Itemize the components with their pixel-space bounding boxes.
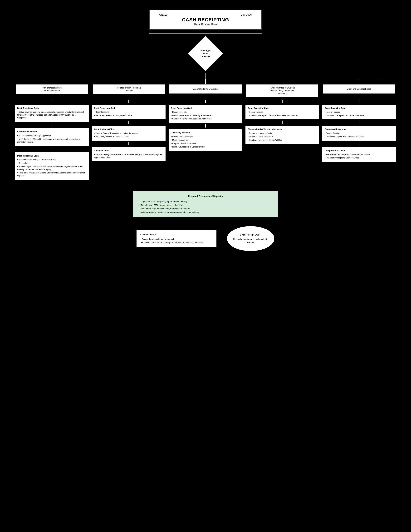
col-header-3: Cash Gifts to the University — [169, 84, 242, 94]
email-receipt-title: E-Mail Receipt Owner — [240, 233, 262, 237]
box-col3-2: University Advance. Record and process g… — [168, 129, 243, 151]
title-top-row: UNCW May 2006 — [159, 13, 252, 16]
cashier-bottom-box: Cashier's Office •Accept if process fund… — [136, 230, 217, 248]
col-header-1: Part of Department'sNormal Operation — [16, 84, 88, 95]
title-box: UNCW May 2006 CASH RECEIPTING Basic Proc… — [149, 10, 262, 30]
uncw-label: UNCW — [159, 13, 167, 16]
page: UNCW May 2006 CASH RECEIPTING Basic Proc… — [0, 0, 411, 532]
email-receipt-box: E-Mail Receipt Owner Reconcile numbered … — [226, 226, 275, 251]
col-4: Dept. Receiving Cash Record Receipts Han… — [244, 98, 320, 181]
sub-title: Basic Process Flow — [159, 23, 252, 26]
title-bar — [149, 33, 262, 34]
date-label: May 2006 — [241, 13, 252, 16]
col-3: Dept. Receiving Cash Record Receipts Han… — [168, 98, 244, 181]
main-title: CASH RECEIPTING — [159, 17, 252, 22]
col-2: Dept. Receiving Cash Record receipts Han… — [91, 98, 167, 181]
col-header-5: Grant and Contract Funds — [323, 84, 395, 94]
box-col2-2: Comptroller's Office Prepare Deposit Tra… — [92, 125, 166, 141]
col-header-4: Funds Awarded to Student:Outside Entity … — [246, 84, 319, 97]
box-col4-2: Financial Aid & Veteran's Services Recor… — [245, 125, 319, 144]
frequency-title: Required Frequency of Deposits — [137, 194, 274, 198]
freq-item-1: Deposit all cash receipts by 2 p.m. at l… — [139, 200, 274, 203]
freq-item-2: If receipts are $250 or more, deposit th… — [139, 203, 274, 207]
col-header-2: Isolated or Non-RecurringReceipts — [92, 84, 165, 95]
box-col1-1: Dept. Receiving Cash Obtain advance appr… — [15, 104, 89, 122]
box-col2-1: Dept. Receiving Cash Record receipts Han… — [92, 104, 166, 120]
main-columns: Dept. Receiving Cash Obtain advance appr… — [14, 97, 397, 181]
col-1: Dept. Receiving Cash Obtain advance appr… — [14, 98, 90, 181]
column-headers-row: Part of Department'sNormal Operation Iso… — [14, 79, 397, 97]
email-receipt-body: Reconcile numbered e-mail receipt to Ban… — [232, 238, 270, 244]
box-col1-3: Dept. Receiving Cash Record receipts on … — [15, 152, 89, 180]
box-col3-1: Dept. Receiving Cash Record Receipts Han… — [168, 104, 243, 123]
frequency-section: Required Frequency of Deposits Deposit a… — [14, 186, 397, 222]
box-col1-2: Comptroller's Office Review request for … — [15, 128, 89, 146]
diamond-text: What typeof cashreceipts? — [200, 49, 211, 58]
diamond-container: What typeof cashreceipts? — [193, 41, 218, 66]
box-col5-1: Dept. Receiving Cash Record Receipts Han… — [322, 104, 396, 120]
cashier-bottom-title: Cashier's Office — [140, 233, 213, 236]
col-5: Dept. Receiving Cash Record Receipts Han… — [321, 98, 397, 181]
box-col5-2: Sponsored Programs Record Receipts Coord… — [322, 125, 396, 141]
box-col2-3: Cashier's Office Provide training and/or… — [92, 147, 166, 162]
box-col5-3: Comptroller's Office Prepare Deposit Tra… — [322, 147, 396, 162]
freq-item-4: Make deposits of isolated or non-recurri… — [139, 210, 274, 214]
frequency-box: Required Frequency of Deposits Deposit a… — [133, 191, 278, 218]
freq-item-3: Make credit card deposits daily, regardl… — [139, 207, 274, 210]
bottom-section: Cashier's Office •Accept if process fund… — [14, 226, 397, 251]
connector-spread — [14, 73, 397, 79]
box-col4-1: Dept. Receiving Cash Record Receipts Han… — [245, 104, 319, 120]
decision-diamond: What typeof cashreceipts? — [187, 35, 224, 72]
